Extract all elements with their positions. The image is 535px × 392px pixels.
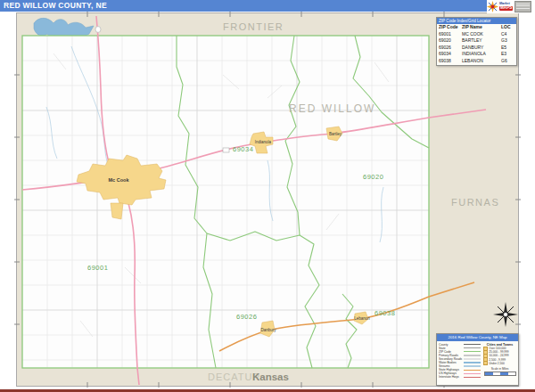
zip-label-69001: 69001 — [87, 264, 108, 272]
town-label-indianola: Indianola — [255, 140, 272, 144]
state-highway-swatch — [464, 370, 481, 371]
scale-label: Scale in Miles — [483, 367, 516, 371]
zip-code-index-table: ZIP Code Index/Grid Locator ZIP Code ZIP… — [436, 17, 517, 66]
compass-rose-icon — [491, 300, 520, 329]
town-label-lebanon: Lebanon — [354, 316, 370, 321]
page-title: RED WILLOW COUNTY, NE — [0, 0, 487, 12]
title-bar: RED WILLOW COUNTY, NE — [0, 0, 487, 12]
county-label-red-willow: RED WILLOW — [289, 102, 375, 115]
city-class-row: Under 2,500 — [483, 362, 516, 365]
town-label-bartley: Bartley — [329, 132, 342, 136]
logo-text-maps: MAPS — [499, 6, 513, 11]
zip-label-69034: 69034 — [233, 145, 253, 153]
zip-table-column-header: ZIP Code ZIP Name LOC — [437, 24, 516, 31]
interstate-swatch — [464, 377, 481, 378]
marketmaps-logo: Market MAPS — [487, 0, 534, 13]
page: Mc Cook Indianola Bartley Danbury Lebano… — [0, 0, 535, 392]
town-mccook-south — [111, 203, 123, 219]
col-zip-name: ZIP Name — [462, 24, 501, 31]
zip-table-header: ZIP Code Index/Grid Locator — [437, 18, 516, 24]
map-legend: 2016 Red Willow County, NE Map County St… — [436, 333, 519, 386]
us-highway-swatch — [464, 373, 481, 374]
county-line-swatch — [464, 344, 481, 345]
town-label-danbury: Danbury — [260, 328, 276, 332]
table-row: 69020 BARTLEY G3 — [437, 37, 516, 45]
col-loc: LOC — [501, 24, 514, 31]
zip-label-69038: 69038 — [374, 309, 395, 317]
table-row: 69034 INDIANOLA E3 — [437, 51, 516, 58]
zip-label-69026: 69026 — [236, 313, 257, 321]
water-swatch — [464, 362, 481, 363]
stream-swatch — [464, 365, 481, 366]
legend-symbol-list: County State ZIP Code Primary Roads Seco… — [439, 343, 481, 380]
town-label-mccook: Mc Cook — [109, 177, 130, 183]
state-label-kansas: Kansas — [252, 372, 289, 382]
neighbor-label-furnas: FURNAS — [451, 197, 499, 208]
neighbor-label-frontier: FRONTIER — [223, 21, 284, 32]
cities-header: Cities and Towns — [483, 343, 516, 347]
legend-cities-panel: Cities and Towns Over 100,000 25,000 - 9… — [481, 343, 516, 380]
legend-header: 2016 Red Willow County, NE Map — [437, 334, 518, 341]
city-swatch — [483, 361, 488, 365]
zip-line-swatch — [464, 351, 481, 352]
scale-section: Scale in Miles — [483, 367, 516, 376]
primary-road-swatch — [464, 355, 481, 355]
legend-item: Interstate Hwys — [439, 375, 481, 379]
logo-star-icon — [487, 1, 498, 12]
zip-label-69020: 69020 — [363, 173, 383, 181]
table-row: 69001 MC COOK C4 — [437, 31, 516, 38]
state-line-swatch — [464, 347, 481, 348]
table-row: 69026 DANBURY E5 — [437, 45, 516, 52]
logo-info-box — [514, 1, 531, 12]
table-row: 69038 LEBANON G6 — [437, 58, 516, 65]
scale-bar — [484, 372, 516, 376]
secondary-road-swatch — [464, 358, 481, 359]
col-zip-code: ZIP Code — [439, 24, 462, 31]
